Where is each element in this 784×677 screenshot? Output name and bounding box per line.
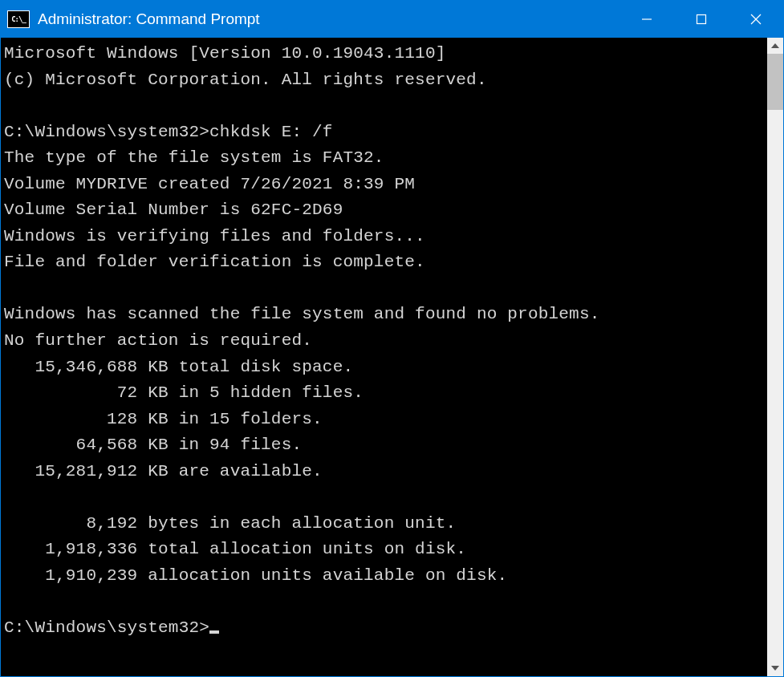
command: chkdsk E: /f [209, 123, 333, 141]
maximize-button[interactable] [674, 1, 729, 38]
prompt: C:\Windows\system32> [4, 618, 209, 637]
output-line: Windows is verifying files and folders..… [4, 227, 425, 245]
output-line: 1,918,336 total allocation units on disk… [4, 540, 466, 558]
scroll-up-arrow-icon[interactable] [767, 38, 783, 54]
minimize-icon [641, 14, 652, 25]
close-icon [750, 14, 762, 25]
output-line: 128 KB in 15 folders. [4, 410, 323, 428]
scroll-track[interactable] [767, 54, 783, 660]
output-line: Windows has scanned the file system and … [4, 305, 600, 323]
output-line: 1,910,239 allocation units available on … [4, 566, 507, 585]
vertical-scrollbar[interactable] [767, 38, 783, 676]
output-line: File and folder verification is complete… [4, 253, 425, 271]
svg-rect-1 [697, 15, 706, 24]
terminal-output[interactable]: Microsoft Windows [Version 10.0.19043.11… [1, 38, 767, 676]
banner-line: Microsoft Windows [Version 10.0.19043.11… [4, 44, 446, 63]
maximize-icon [696, 14, 707, 25]
minimize-button[interactable] [619, 1, 674, 38]
prompt: C:\Windows\system32> [4, 123, 209, 141]
output-line: 15,346,688 KB total disk space. [4, 358, 353, 376]
window-controls [619, 1, 783, 38]
banner-line: (c) Microsoft Corporation. All rights re… [4, 71, 487, 89]
output-line: 8,192 bytes in each allocation unit. [4, 514, 456, 533]
output-line: The type of the file system is FAT32. [4, 148, 384, 167]
output-line: Volume Serial Number is 62FC-2D69 [4, 201, 343, 219]
output-line: No further action is required. [4, 331, 312, 350]
scroll-thumb[interactable] [767, 54, 783, 110]
output-line: 72 KB in 5 hidden files. [4, 383, 364, 402]
window-title: Administrator: Command Prompt [36, 10, 619, 28]
content-area: Microsoft Windows [Version 10.0.19043.11… [1, 38, 783, 676]
scroll-down-arrow-icon[interactable] [767, 660, 783, 676]
output-line: 15,281,912 KB are available. [4, 462, 323, 480]
titlebar[interactable]: Administrator: Command Prompt [1, 1, 783, 38]
text-cursor [209, 630, 219, 634]
cmd-icon [7, 10, 30, 28]
close-button[interactable] [729, 1, 783, 38]
output-line: 64,568 KB in 94 files. [4, 436, 302, 454]
output-line: Volume MYDRIVE created 7/26/2021 8:39 PM [4, 175, 415, 193]
command-prompt-window: Administrator: Command Prompt Microsoft … [0, 0, 784, 677]
